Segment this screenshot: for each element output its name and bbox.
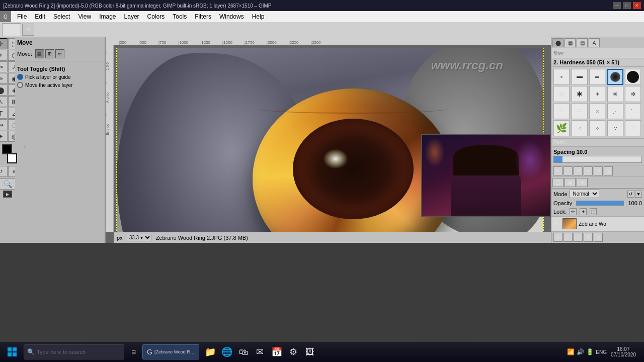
brush-item[interactable]: ⁘	[589, 120, 605, 136]
window-controls[interactable]: — □ ✕	[613, 2, 641, 9]
taskbar-search[interactable]: 🔍 Type here to search	[24, 344, 124, 359]
menu-view[interactable]: View	[74, 11, 95, 22]
lock-alpha-button[interactable]: ⬚	[590, 208, 597, 215]
menu-help[interactable]: Help	[248, 11, 269, 22]
maximize-button[interactable]: □	[623, 2, 631, 9]
blend-mode-select[interactable]: Normal	[570, 190, 599, 198]
store-button[interactable]: 🛍	[236, 344, 251, 359]
move-selection-btn[interactable]: ✏	[55, 49, 64, 58]
swap-colors-button[interactable]: ↕	[24, 144, 27, 149]
brush-item[interactable]: ⋰	[607, 103, 623, 119]
move-guides-btn[interactable]: ⊞	[45, 49, 54, 58]
patterns-tab[interactable]: ▦	[565, 38, 576, 47]
brush-item[interactable]: ∵	[607, 120, 623, 136]
brush-menu-button[interactable]: ▤	[604, 166, 613, 175]
move-layers-btn[interactable]: ▤	[35, 49, 44, 58]
spacing-slider[interactable]	[553, 156, 642, 163]
tool-free-select[interactable]: ⌖	[0, 50, 8, 61]
opacity-slider[interactable]	[576, 201, 624, 206]
tool-dodge[interactable]: ↬	[0, 119, 8, 130]
radio-pick-layer-btn[interactable]	[17, 74, 23, 80]
brush-item-selected[interactable]	[607, 69, 623, 85]
delete-brush-button[interactable]: ✕	[584, 166, 593, 175]
tool-text[interactable]: T	[0, 108, 8, 119]
close-button[interactable]: ✕	[633, 2, 641, 9]
tool-move[interactable]: ✛	[0, 38, 8, 49]
layer-item[interactable]: 👁 Zebrano Wo	[551, 217, 644, 231]
brush-item[interactable]: ⁚	[625, 120, 641, 136]
lower-layer-button[interactable]: ↓	[574, 233, 583, 242]
menu-edit[interactable]: Edit	[31, 11, 49, 22]
settings-button[interactable]: ⚙	[286, 344, 301, 359]
layer-visibility-toggle[interactable]: 👁	[553, 220, 560, 228]
new-brush-button[interactable]: +	[564, 166, 573, 175]
brush-item[interactable]: ★	[553, 86, 570, 102]
browser-button[interactable]: 🌐	[219, 344, 234, 359]
duplicate-layer-button[interactable]: ⧉	[584, 233, 593, 242]
brush-item[interactable]: 🌿	[553, 120, 570, 136]
brush-item[interactable]: ✱	[572, 86, 588, 102]
edit-brush-button[interactable]: ✏	[553, 166, 562, 175]
radio-move-active[interactable]: Move the active layer	[17, 82, 103, 88]
background-color-box[interactable]	[7, 153, 17, 163]
gimp-taskbar-button[interactable]: G [Zebrano Wood Ring 2]	[142, 344, 199, 359]
file-explorer-button[interactable]: 📁	[203, 344, 218, 359]
delete-layer-button[interactable]: ✕	[594, 233, 603, 242]
duplicate-brush-button[interactable]: ⧉	[574, 166, 583, 175]
menu-filters[interactable]: Filters	[191, 11, 215, 22]
brushes-tab[interactable]: ⬤	[552, 38, 564, 47]
brush-item[interactable]: ⋱	[625, 103, 641, 119]
tool-scissors[interactable]: ✂	[0, 61, 8, 72]
tool-paths[interactable]: ✦	[0, 131, 8, 142]
menu-image[interactable]: Image	[95, 11, 120, 22]
brush-item[interactable]: ❋	[607, 86, 623, 102]
brush-item[interactable]	[625, 69, 641, 85]
system-clock[interactable]: 16:07 07/10/2020	[611, 346, 636, 357]
more-mode-button[interactable]: ▼	[635, 191, 642, 198]
foreground-color-box[interactable]	[2, 144, 12, 154]
brush-item[interactable]: ⁙	[589, 103, 605, 119]
zoom-select[interactable]: 33.3 ▾	[127, 234, 152, 241]
new-layer-button[interactable]: +	[553, 233, 562, 242]
gradients-tab[interactable]: ▤	[577, 38, 588, 47]
show-desktop-button[interactable]	[640, 343, 642, 361]
radio-move-active-btn[interactable]	[17, 82, 23, 88]
panel-toggle-button[interactable]: ▶	[3, 191, 12, 198]
brush-item[interactable]: ✼	[625, 86, 641, 102]
tool-pencil[interactable]: ✏	[0, 73, 8, 84]
brush-item[interactable]: ⁖	[572, 120, 588, 136]
radio-pick-layer[interactable]: Pick a layer or guide	[17, 74, 103, 80]
brush-item[interactable]: ∷	[553, 103, 570, 119]
menu-tools[interactable]: Tools	[169, 11, 191, 22]
brush-item[interactable]: ✦	[589, 86, 605, 102]
layers-tab[interactable]: ☰	[552, 178, 564, 187]
brush-item[interactable]: ∴∵	[572, 103, 588, 119]
fonts-tab[interactable]: A	[589, 38, 600, 47]
brush-item[interactable]	[553, 69, 570, 85]
raise-layer-button[interactable]: ↑	[564, 233, 573, 242]
brush-preview[interactable]: 🖌	[2, 23, 21, 36]
lock-pixels-button[interactable]: ✏	[570, 208, 577, 215]
tool-heal[interactable]: ↖	[0, 96, 8, 107]
menu-file[interactable]: File	[13, 11, 31, 22]
minimize-button[interactable]: —	[613, 2, 621, 9]
tool-eraser[interactable]: ⬤	[0, 84, 8, 96]
calendar-button[interactable]: 📅	[269, 344, 284, 359]
brush-item[interactable]	[572, 69, 588, 85]
reset-mode-button[interactable]: ↺	[627, 191, 634, 198]
menu-colors[interactable]: Colors	[143, 11, 169, 22]
photos-button[interactable]: 🖼	[302, 344, 317, 359]
start-button[interactable]	[2, 343, 22, 361]
refresh-brush-button[interactable]: ↺	[594, 166, 603, 175]
menu-select[interactable]: Select	[49, 11, 74, 22]
menu-windows[interactable]: Windows	[215, 11, 248, 22]
lock-position-button[interactable]: +	[580, 208, 587, 215]
brush-item[interactable]	[589, 69, 605, 85]
menu-layer[interactable]: Layer	[120, 11, 143, 22]
paths-tab[interactable]: ✦	[577, 178, 588, 187]
mail-button[interactable]: ✉	[253, 344, 268, 359]
tool-close-button[interactable]: ✕	[22, 24, 34, 36]
channels-tab[interactable]: ◈	[565, 178, 576, 187]
task-view-button[interactable]: ⊟	[126, 344, 141, 359]
tool-extra2[interactable]: ↺	[0, 166, 8, 177]
